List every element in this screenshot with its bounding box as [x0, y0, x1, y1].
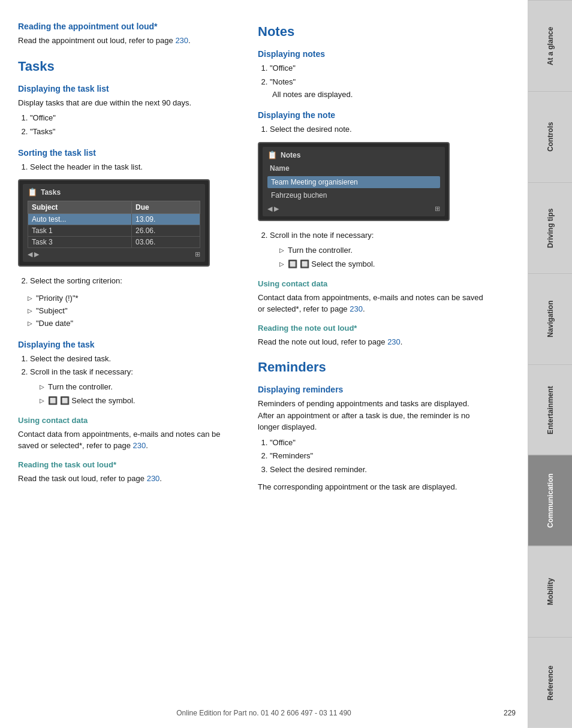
list-item: Select the header in the task list. [30, 161, 240, 174]
sidebar-item-mobility[interactable]: Mobility [528, 546, 572, 637]
notes-screen-icon: 📋 [267, 150, 277, 159]
notes-screen-mockup: 📋 Notes Name Team Meeting organisieren F… [258, 142, 450, 221]
sidebar-item-controls[interactable]: Controls [528, 91, 572, 182]
name-col-header: Name [267, 163, 440, 174]
sort-bullets: "Priority (!)"* "Subject" "Due date" [18, 292, 240, 330]
sidebar-item-navigation[interactable]: Navigation [528, 273, 572, 364]
list-item: "Priority (!)"* [28, 292, 240, 305]
task-subject: Auto test... [28, 214, 132, 225]
displaying-reminders-heading: Displaying reminders [258, 385, 486, 394]
list-item: "Notes" All notes are displayed. [270, 76, 486, 101]
task-subject: Task 1 [28, 225, 132, 237]
table-row: Task 3 03.06. [28, 237, 200, 248]
task-due: 03.06. [131, 237, 200, 248]
list-item: Turn the controller. [279, 244, 486, 257]
tasks-screen-mockup: 📋 Tasks Subject Due Auto test... [18, 179, 210, 267]
task-due: 26.06. [131, 225, 200, 237]
task-subject: Task 3 [28, 237, 132, 248]
all-notes-text: All notes are displayed. [270, 90, 353, 99]
displaying-notes-heading: Displaying notes [258, 49, 486, 59]
display-task-bullets: Turn the controller. 🔲 🔲 Select the symb… [30, 381, 240, 407]
list-item: Scroll in the note if necessary: Turn th… [270, 229, 486, 270]
sidebar-item-at-a-glance[interactable]: At a glance [528, 0, 572, 91]
tasks-heading: Tasks [18, 59, 240, 74]
list-item: "Office" [30, 112, 240, 125]
reading-task-heading: Reading the task out loud* [18, 460, 240, 469]
footer-text: Online Edition for Part no. 01 40 2 606 … [0, 709, 528, 717]
subject-col-header: Subject [28, 201, 132, 214]
displaying-notes-steps: "Office" "Notes" All notes are displayed… [258, 62, 486, 101]
list-item: 🔲 🔲 Select the symbol. [40, 395, 240, 407]
screen-nav-notes: ◀ ▶ ⊞ [267, 205, 440, 213]
displaying-reminders-body: Reminders of pending appointments and ta… [258, 398, 486, 433]
table-row: Task 1 26.06. [28, 225, 200, 237]
using-contact-left-body: Contact data from appointments, e-mails … [18, 428, 240, 452]
tasks-table: Subject Due Auto test... 13.09. Task 1 [28, 201, 200, 248]
reminders-steps: "Office" "Reminders" Select the desired … [258, 437, 486, 476]
using-contact-right-link[interactable]: 230 [350, 304, 363, 313]
list-item: "Reminders" [270, 450, 486, 463]
sidebar-item-driving-tips[interactable]: Driving tips [528, 182, 572, 273]
sidebar-item-communication[interactable]: Communication [528, 455, 572, 546]
sidebar-tabs: At a glance Controls Driving tips Naviga… [528, 0, 572, 728]
due-col-header: Due [131, 201, 200, 214]
list-item: "Office" [270, 437, 486, 449]
list-item: 🔲 🔲 Select the symbol. [279, 258, 486, 271]
reading-appointment-heading: Reading the appointment out loud* [18, 22, 240, 31]
reading-appointment-body: Read the appointment out loud, refer to … [18, 35, 240, 47]
notes-heading: Notes [258, 24, 486, 40]
using-contact-left-heading: Using contact data [18, 416, 240, 425]
displaying-note-step1: Select the desired note. [258, 123, 486, 136]
sort-step2-list: Select the sorting criterion: [18, 275, 240, 288]
list-item: "Office" [270, 62, 486, 75]
displaying-note-bullets: Turn the controller. 🔲 🔲 Select the symb… [270, 244, 486, 271]
sidebar-item-entertainment[interactable]: Entertainment [528, 364, 572, 455]
list-item: Turn the controller. [40, 381, 240, 394]
reading-note-link[interactable]: 230 [387, 337, 401, 346]
list-item: Select the desired task. [30, 353, 240, 365]
note-item-2: Fahrzeug buchen [267, 189, 440, 201]
list-item: Select the desired reminder. [270, 464, 486, 476]
reminders-after-text: The corresponding appointment or the tas… [258, 481, 486, 493]
list-item: "Tasks" [30, 126, 240, 138]
note-item-1: Team Meeting organisieren [267, 176, 440, 188]
display-task-list-body: Display tasks that are due within the ne… [18, 97, 240, 109]
displaying-note-heading: Displaying the note [258, 110, 486, 120]
display-task-list-steps: "Office" "Tasks" [18, 112, 240, 138]
reading-note-heading: Reading the note out loud* [258, 324, 486, 333]
reading-note-body: Read the note out loud, refer to page 23… [258, 336, 486, 348]
list-item: Select the desired note. [270, 123, 486, 136]
reminders-heading: Reminders [258, 360, 486, 375]
tasks-screen-title: Tasks [41, 188, 61, 197]
list-item: "Due date" [28, 318, 240, 330]
task-due: 13.09. [131, 214, 200, 225]
tasks-screen-icon: 📋 [28, 188, 37, 197]
using-contact-left-link[interactable]: 230 [133, 441, 146, 450]
displaying-note-step2-list: Scroll in the note if necessary: Turn th… [258, 229, 486, 270]
list-item: "Subject" [28, 305, 240, 318]
display-task-heading: Displaying the task [18, 340, 240, 349]
display-task-steps: Select the desired task. Scroll in the t… [18, 353, 240, 407]
reading-task-link[interactable]: 230 [147, 474, 160, 483]
screen-nav-controls: ◀ ▶ ⊞ [28, 250, 200, 258]
list-item: Scroll in the task if necessary: Turn th… [30, 366, 240, 407]
using-contact-right-heading: Using contact data [258, 279, 486, 288]
list-item: Select the sorting criterion: [30, 275, 240, 288]
reading-appointment-link[interactable]: 230 [175, 36, 188, 45]
display-task-list-heading: Displaying the task list [18, 84, 240, 93]
sort-task-step1-list: Select the header in the task list. [18, 161, 240, 174]
notes-screen-title: Notes [281, 151, 300, 159]
using-contact-right-body: Contact data from appointments, e-mails … [258, 292, 486, 315]
sidebar-item-reference[interactable]: Reference [528, 637, 572, 728]
reading-task-body: Read the task out loud, refer to page 23… [18, 473, 240, 485]
sort-task-heading: Sorting the task list [18, 148, 240, 158]
table-row: Auto test... 13.09. [28, 214, 200, 225]
